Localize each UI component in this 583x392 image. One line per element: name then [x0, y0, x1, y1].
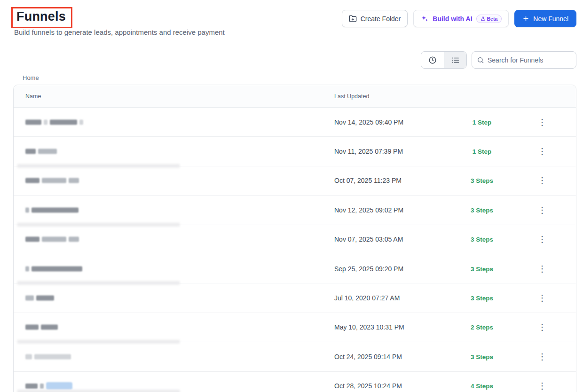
list-icon — [451, 56, 460, 64]
redacted-text — [25, 119, 41, 125]
redacted-funnel-name — [25, 382, 72, 390]
funnel-row[interactable]: Oct 07, 2025 11:23 PM 3 Steps ⋮ — [14, 166, 576, 196]
row-menu-button[interactable]: ⋮ — [536, 147, 549, 156]
steps-count: 4 Steps — [454, 383, 510, 390]
redacted-funnel-name — [25, 149, 57, 154]
search-input[interactable] — [488, 56, 571, 64]
redacted-text — [38, 149, 57, 154]
steps-count: 3 Steps — [454, 265, 510, 272]
redacted-text — [69, 178, 79, 183]
annotation-box: Funnels — [11, 7, 72, 28]
page-title: Funnels — [16, 9, 66, 24]
funnel-table-body: Nov 14, 2025 09:40 PM 1 Step ⋮ Nov 11, 2… — [14, 108, 576, 392]
redacted-text — [69, 237, 79, 242]
redacted-text — [25, 325, 39, 330]
create-folder-button[interactable]: Create Folder — [342, 10, 408, 27]
redacted-text — [40, 384, 44, 389]
last-updated-value: Oct 07, 2025 11:23 PM — [334, 177, 402, 184]
recents-view-button[interactable] — [421, 52, 444, 68]
last-updated-value: Nov 11, 2025 07:39 PM — [334, 148, 403, 155]
redaction-smudge — [17, 281, 180, 285]
redacted-funnel-name — [25, 119, 83, 125]
steps-count: 3 Steps — [454, 177, 510, 184]
redacted-text — [25, 237, 39, 242]
redacted-text — [42, 237, 66, 242]
search-icon — [477, 56, 484, 64]
row-menu-button[interactable]: ⋮ — [536, 353, 549, 361]
redacted-funnel-name — [25, 237, 79, 242]
funnel-row[interactable]: May 10, 2023 10:31 PM 2 Steps ⋮ — [14, 313, 576, 342]
folder-plus-icon — [349, 15, 357, 23]
steps-count: 3 Steps — [454, 295, 510, 302]
create-folder-label: Create Folder — [361, 15, 401, 23]
redacted-funnel-name — [25, 207, 79, 212]
column-header-last-updated: Last Updated — [334, 93, 369, 100]
breadcrumb-home[interactable]: Home — [23, 74, 39, 81]
last-updated-value: Nov 14, 2025 09:40 PM — [334, 118, 403, 126]
row-menu-button[interactable]: ⋮ — [536, 176, 549, 185]
funnel-row[interactable]: Jul 10, 2020 07:27 AM 3 Steps ⋮ — [14, 283, 576, 313]
redacted-funnel-name — [25, 354, 71, 359]
funnel-row[interactable]: Nov 14, 2025 09:40 PM 1 Step ⋮ — [14, 108, 576, 137]
redacted-text — [34, 354, 71, 359]
beta-badge: Beta — [476, 15, 502, 23]
redaction-smudge — [17, 340, 180, 344]
row-menu-button[interactable]: ⋮ — [536, 294, 549, 302]
redacted-text — [25, 178, 39, 183]
funnel-search — [472, 51, 576, 69]
flask-icon — [481, 16, 485, 21]
header-actions: Create Folder Build with AI Beta New Fun… — [342, 10, 576, 27]
last-updated-value: Sep 25, 2025 09:20 PM — [334, 265, 403, 273]
steps-count: 1 Step — [454, 148, 510, 155]
funnel-row[interactable]: Nov 12, 2025 09:02 PM 3 Steps ⋮ — [14, 196, 576, 225]
row-menu-button[interactable]: ⋮ — [536, 382, 549, 390]
sparkles-icon — [420, 15, 429, 23]
redacted-text — [46, 382, 72, 390]
redacted-text — [32, 207, 79, 212]
funnel-row[interactable]: Oct 24, 2025 09:14 PM 3 Steps ⋮ — [14, 342, 576, 371]
redaction-smudge — [17, 390, 180, 392]
build-with-ai-button[interactable]: Build with AI Beta — [413, 10, 509, 27]
column-header-name: Name — [25, 93, 41, 100]
funnels-table: Name Last Updated Nov 14, 2025 09:40 PM … — [13, 85, 576, 392]
last-updated-value: Nov 12, 2025 09:02 PM — [334, 206, 403, 214]
plus-icon — [522, 15, 529, 22]
redacted-text — [41, 325, 58, 330]
last-updated-value: Oct 24, 2025 09:14 PM — [334, 353, 402, 361]
row-menu-button[interactable]: ⋮ — [536, 235, 549, 243]
funnel-row[interactable]: Oct 28, 2025 10:24 PM 4 Steps ⋮ — [14, 372, 576, 392]
redacted-text — [25, 207, 29, 212]
steps-count: 2 Steps — [454, 324, 510, 331]
redacted-text — [36, 296, 54, 301]
redacted-text — [25, 296, 34, 301]
redaction-smudge — [17, 164, 180, 168]
funnel-row[interactable]: Nov 11, 2025 07:39 PM 1 Step ⋮ — [14, 137, 576, 166]
clock-icon — [428, 56, 437, 64]
beta-label: Beta — [487, 16, 498, 22]
redacted-text — [79, 119, 83, 125]
steps-count: 3 Steps — [454, 206, 510, 213]
redacted-text — [32, 266, 82, 271]
build-with-ai-label: Build with AI — [433, 15, 472, 23]
redacted-text — [25, 149, 36, 154]
redacted-funnel-name — [25, 178, 79, 183]
row-menu-button[interactable]: ⋮ — [536, 206, 549, 214]
new-funnel-label: New Funnel — [533, 15, 568, 23]
last-updated-value: Jul 10, 2020 07:27 AM — [334, 294, 400, 302]
redacted-funnel-name — [25, 266, 82, 271]
redacted-text — [25, 384, 38, 389]
new-funnel-button[interactable]: New Funnel — [514, 10, 576, 27]
row-menu-button[interactable]: ⋮ — [536, 323, 549, 331]
last-updated-value: Oct 28, 2025 10:24 PM — [334, 382, 402, 390]
row-menu-button[interactable]: ⋮ — [536, 118, 549, 126]
redacted-funnel-name — [25, 325, 58, 330]
funnel-row[interactable]: Sep 25, 2025 09:20 PM 3 Steps ⋮ — [14, 254, 576, 283]
row-menu-button[interactable]: ⋮ — [536, 265, 549, 273]
funnels-page: Funnels Build funnels to generate leads,… — [0, 0, 583, 392]
redacted-text — [42, 178, 66, 183]
redacted-text — [25, 266, 29, 271]
redacted-text — [25, 354, 32, 359]
redacted-text — [50, 119, 77, 125]
list-view-button[interactable] — [444, 52, 466, 68]
funnel-row[interactable]: Nov 07, 2025 03:05 AM 3 Steps ⋮ — [14, 225, 576, 254]
